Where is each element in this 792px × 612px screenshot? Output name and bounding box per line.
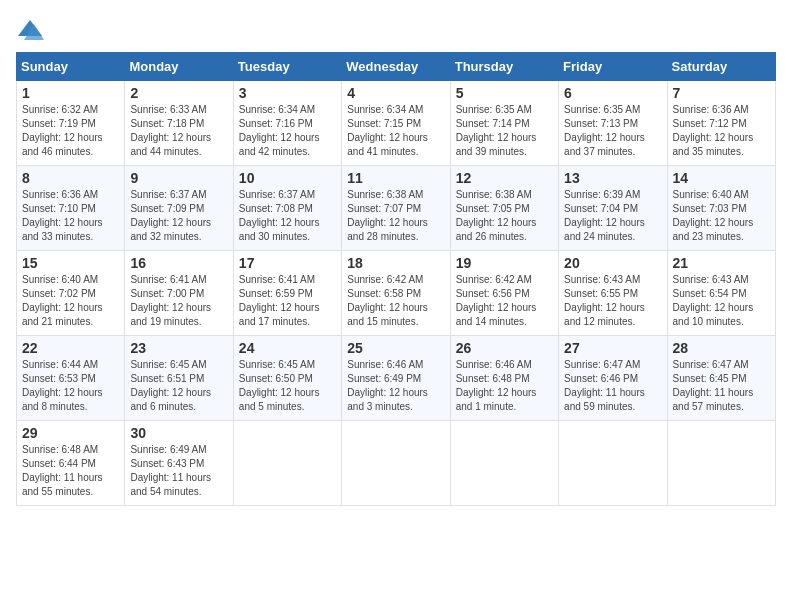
day-cell: 18Sunrise: 6:42 AM Sunset: 6:58 PM Dayli…	[342, 251, 450, 336]
logo	[16, 16, 48, 44]
week-row-1: 1Sunrise: 6:32 AM Sunset: 7:19 PM Daylig…	[17, 81, 776, 166]
page-header	[16, 16, 776, 44]
day-number: 17	[239, 255, 336, 271]
day-info: Sunrise: 6:36 AM Sunset: 7:10 PM Dayligh…	[22, 188, 119, 244]
header-friday: Friday	[559, 53, 667, 81]
day-number: 26	[456, 340, 553, 356]
day-cell: 1Sunrise: 6:32 AM Sunset: 7:19 PM Daylig…	[17, 81, 125, 166]
day-cell: 13Sunrise: 6:39 AM Sunset: 7:04 PM Dayli…	[559, 166, 667, 251]
day-info: Sunrise: 6:39 AM Sunset: 7:04 PM Dayligh…	[564, 188, 661, 244]
day-cell	[342, 421, 450, 506]
day-info: Sunrise: 6:38 AM Sunset: 7:07 PM Dayligh…	[347, 188, 444, 244]
day-info: Sunrise: 6:42 AM Sunset: 6:56 PM Dayligh…	[456, 273, 553, 329]
day-info: Sunrise: 6:43 AM Sunset: 6:54 PM Dayligh…	[673, 273, 770, 329]
day-info: Sunrise: 6:34 AM Sunset: 7:15 PM Dayligh…	[347, 103, 444, 159]
day-info: Sunrise: 6:40 AM Sunset: 7:03 PM Dayligh…	[673, 188, 770, 244]
day-number: 13	[564, 170, 661, 186]
day-info: Sunrise: 6:41 AM Sunset: 7:00 PM Dayligh…	[130, 273, 227, 329]
day-info: Sunrise: 6:40 AM Sunset: 7:02 PM Dayligh…	[22, 273, 119, 329]
day-cell: 12Sunrise: 6:38 AM Sunset: 7:05 PM Dayli…	[450, 166, 558, 251]
day-number: 22	[22, 340, 119, 356]
day-cell	[450, 421, 558, 506]
day-info: Sunrise: 6:46 AM Sunset: 6:49 PM Dayligh…	[347, 358, 444, 414]
day-cell: 28Sunrise: 6:47 AM Sunset: 6:45 PM Dayli…	[667, 336, 775, 421]
day-cell: 7Sunrise: 6:36 AM Sunset: 7:12 PM Daylig…	[667, 81, 775, 166]
day-info: Sunrise: 6:46 AM Sunset: 6:48 PM Dayligh…	[456, 358, 553, 414]
day-cell: 25Sunrise: 6:46 AM Sunset: 6:49 PM Dayli…	[342, 336, 450, 421]
day-info: Sunrise: 6:36 AM Sunset: 7:12 PM Dayligh…	[673, 103, 770, 159]
day-number: 29	[22, 425, 119, 441]
day-info: Sunrise: 6:45 AM Sunset: 6:51 PM Dayligh…	[130, 358, 227, 414]
day-number: 27	[564, 340, 661, 356]
day-info: Sunrise: 6:34 AM Sunset: 7:16 PM Dayligh…	[239, 103, 336, 159]
day-number: 10	[239, 170, 336, 186]
day-number: 12	[456, 170, 553, 186]
logo-icon	[16, 16, 44, 44]
day-cell: 24Sunrise: 6:45 AM Sunset: 6:50 PM Dayli…	[233, 336, 341, 421]
day-cell: 19Sunrise: 6:42 AM Sunset: 6:56 PM Dayli…	[450, 251, 558, 336]
day-info: Sunrise: 6:49 AM Sunset: 6:43 PM Dayligh…	[130, 443, 227, 499]
day-cell	[233, 421, 341, 506]
week-row-2: 8Sunrise: 6:36 AM Sunset: 7:10 PM Daylig…	[17, 166, 776, 251]
day-cell: 17Sunrise: 6:41 AM Sunset: 6:59 PM Dayli…	[233, 251, 341, 336]
day-cell: 11Sunrise: 6:38 AM Sunset: 7:07 PM Dayli…	[342, 166, 450, 251]
header-thursday: Thursday	[450, 53, 558, 81]
day-number: 21	[673, 255, 770, 271]
day-info: Sunrise: 6:32 AM Sunset: 7:19 PM Dayligh…	[22, 103, 119, 159]
day-cell: 26Sunrise: 6:46 AM Sunset: 6:48 PM Dayli…	[450, 336, 558, 421]
day-number: 1	[22, 85, 119, 101]
header-row: SundayMondayTuesdayWednesdayThursdayFrid…	[17, 53, 776, 81]
day-cell: 2Sunrise: 6:33 AM Sunset: 7:18 PM Daylig…	[125, 81, 233, 166]
day-cell: 16Sunrise: 6:41 AM Sunset: 7:00 PM Dayli…	[125, 251, 233, 336]
day-number: 6	[564, 85, 661, 101]
day-number: 24	[239, 340, 336, 356]
day-cell: 29Sunrise: 6:48 AM Sunset: 6:44 PM Dayli…	[17, 421, 125, 506]
day-number: 4	[347, 85, 444, 101]
day-number: 19	[456, 255, 553, 271]
day-number: 23	[130, 340, 227, 356]
day-cell: 27Sunrise: 6:47 AM Sunset: 6:46 PM Dayli…	[559, 336, 667, 421]
day-number: 8	[22, 170, 119, 186]
day-info: Sunrise: 6:37 AM Sunset: 7:09 PM Dayligh…	[130, 188, 227, 244]
day-number: 28	[673, 340, 770, 356]
day-info: Sunrise: 6:42 AM Sunset: 6:58 PM Dayligh…	[347, 273, 444, 329]
day-cell: 22Sunrise: 6:44 AM Sunset: 6:53 PM Dayli…	[17, 336, 125, 421]
day-number: 2	[130, 85, 227, 101]
day-number: 5	[456, 85, 553, 101]
calendar-body: 1Sunrise: 6:32 AM Sunset: 7:19 PM Daylig…	[17, 81, 776, 506]
day-cell: 8Sunrise: 6:36 AM Sunset: 7:10 PM Daylig…	[17, 166, 125, 251]
day-cell: 15Sunrise: 6:40 AM Sunset: 7:02 PM Dayli…	[17, 251, 125, 336]
day-info: Sunrise: 6:38 AM Sunset: 7:05 PM Dayligh…	[456, 188, 553, 244]
day-number: 20	[564, 255, 661, 271]
day-cell: 5Sunrise: 6:35 AM Sunset: 7:14 PM Daylig…	[450, 81, 558, 166]
day-cell	[667, 421, 775, 506]
day-cell: 14Sunrise: 6:40 AM Sunset: 7:03 PM Dayli…	[667, 166, 775, 251]
day-cell: 21Sunrise: 6:43 AM Sunset: 6:54 PM Dayli…	[667, 251, 775, 336]
day-info: Sunrise: 6:43 AM Sunset: 6:55 PM Dayligh…	[564, 273, 661, 329]
day-number: 18	[347, 255, 444, 271]
header-saturday: Saturday	[667, 53, 775, 81]
day-info: Sunrise: 6:48 AM Sunset: 6:44 PM Dayligh…	[22, 443, 119, 499]
day-number: 11	[347, 170, 444, 186]
week-row-3: 15Sunrise: 6:40 AM Sunset: 7:02 PM Dayli…	[17, 251, 776, 336]
day-number: 25	[347, 340, 444, 356]
day-cell: 3Sunrise: 6:34 AM Sunset: 7:16 PM Daylig…	[233, 81, 341, 166]
header-monday: Monday	[125, 53, 233, 81]
day-info: Sunrise: 6:41 AM Sunset: 6:59 PM Dayligh…	[239, 273, 336, 329]
day-number: 7	[673, 85, 770, 101]
header-sunday: Sunday	[17, 53, 125, 81]
day-number: 9	[130, 170, 227, 186]
day-cell: 10Sunrise: 6:37 AM Sunset: 7:08 PM Dayli…	[233, 166, 341, 251]
header-wednesday: Wednesday	[342, 53, 450, 81]
day-info: Sunrise: 6:45 AM Sunset: 6:50 PM Dayligh…	[239, 358, 336, 414]
calendar-table: SundayMondayTuesdayWednesdayThursdayFrid…	[16, 52, 776, 506]
day-cell: 6Sunrise: 6:35 AM Sunset: 7:13 PM Daylig…	[559, 81, 667, 166]
header-tuesday: Tuesday	[233, 53, 341, 81]
day-cell: 20Sunrise: 6:43 AM Sunset: 6:55 PM Dayli…	[559, 251, 667, 336]
week-row-4: 22Sunrise: 6:44 AM Sunset: 6:53 PM Dayli…	[17, 336, 776, 421]
day-number: 15	[22, 255, 119, 271]
day-cell: 30Sunrise: 6:49 AM Sunset: 6:43 PM Dayli…	[125, 421, 233, 506]
day-info: Sunrise: 6:33 AM Sunset: 7:18 PM Dayligh…	[130, 103, 227, 159]
day-number: 3	[239, 85, 336, 101]
day-cell: 23Sunrise: 6:45 AM Sunset: 6:51 PM Dayli…	[125, 336, 233, 421]
